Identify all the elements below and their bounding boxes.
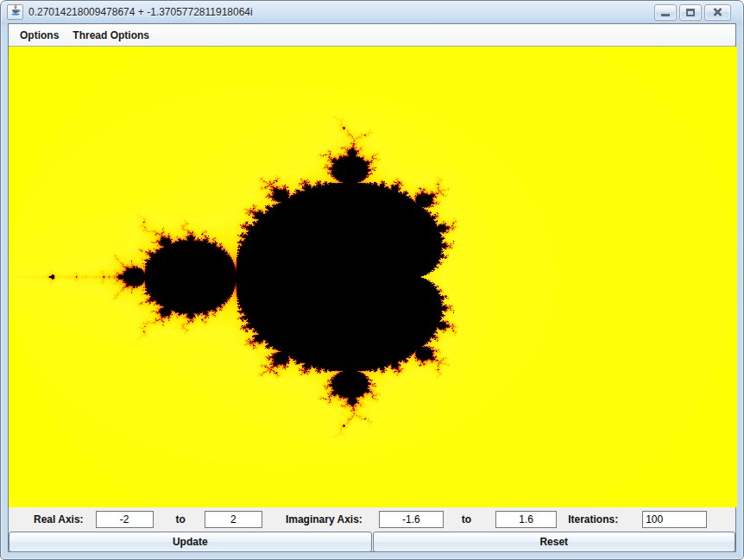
close-icon — [713, 4, 722, 20]
imag-min-input[interactable] — [379, 511, 444, 528]
reset-button[interactable]: Reset — [373, 532, 736, 552]
window-title: 0.27014218009478674 + -1.370577281191806… — [28, 6, 253, 18]
imag-max-input[interactable] — [495, 511, 557, 528]
imaginary-axis-label: Imaginary Axis: — [286, 513, 363, 525]
system-menu-button[interactable] — [7, 4, 23, 20]
java-coffee-cup-icon — [9, 4, 22, 20]
menu-thread-options[interactable]: Thread Options — [66, 26, 156, 45]
axis-controls-row: Real Axis: to Imaginary Axis: to Iterati… — [9, 507, 735, 531]
iterations-input[interactable] — [642, 511, 707, 528]
fractal-view — [9, 47, 735, 507]
maximize-button[interactable] — [679, 4, 702, 21]
window-content: Options Thread Options Real Axis: to Ima… — [8, 23, 736, 552]
imag-to-label: to — [462, 513, 471, 525]
iterations-label: Iterations: — [568, 513, 618, 525]
update-button[interactable]: Update — [9, 532, 372, 552]
menu-options[interactable]: Options — [13, 26, 66, 45]
real-to-label: to — [176, 513, 186, 525]
fractal-canvas[interactable] — [9, 47, 737, 507]
window-controls — [654, 4, 738, 21]
action-buttons-row: Update Reset — [9, 531, 735, 553]
real-max-input[interactable] — [205, 511, 262, 528]
app-window: 0.27014218009478674 + -1.370577281191806… — [0, 0, 744, 560]
title-bar: 0.27014218009478674 + -1.370577281191806… — [1, 1, 743, 23]
menu-bar: Options Thread Options — [9, 24, 735, 47]
minimize-icon — [661, 14, 670, 16]
real-min-input[interactable] — [96, 511, 154, 528]
close-button[interactable] — [704, 4, 731, 21]
minimize-button[interactable] — [654, 4, 677, 21]
maximize-icon — [686, 9, 695, 16]
real-axis-label: Real Axis: — [34, 513, 84, 525]
